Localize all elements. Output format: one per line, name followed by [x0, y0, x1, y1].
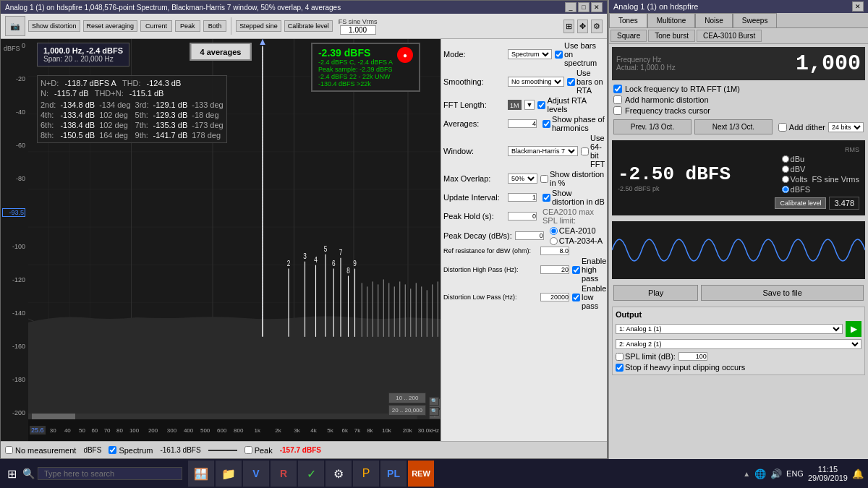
fs-sine-label: FS sine Vrms: [339, 18, 378, 25]
taskbar-arrow-up[interactable]: ▲: [743, 470, 750, 478]
dist-high-input[interactable]: [540, 265, 569, 274]
tab-sweeps[interactable]: Sweeps: [733, 13, 778, 27]
dist-high-row: Distortion High Pass (Hz): Enable high p…: [443, 257, 605, 283]
output-channel1-select[interactable]: 1: Analog 1 (1): [616, 324, 843, 334]
camera-icon-btn[interactable]: 📷: [5, 16, 25, 36]
current-btn[interactable]: Current: [140, 20, 172, 32]
peak-hold-input[interactable]: [508, 212, 537, 221]
notification-btn[interactable]: 🔔: [852, 468, 864, 479]
eng-label-btn[interactable]: ENG: [786, 469, 804, 478]
play-btn[interactable]: Play: [613, 285, 698, 301]
x-500: 500: [197, 427, 213, 434]
output-play-btn[interactable]: ▶: [846, 321, 861, 337]
x-6k: 6k: [339, 427, 351, 434]
max-overlap-select[interactable]: 50%: [508, 174, 537, 184]
range-10-200-btn[interactable]: 10 .. 200: [388, 393, 426, 403]
range-20-20k-btn[interactable]: 20 .. 20,000: [388, 405, 426, 416]
zoom-icon1[interactable]: 🔍: [429, 397, 439, 406]
dither-select[interactable]: 24 bits: [828, 122, 864, 132]
x-5k: 5k: [322, 427, 339, 434]
level-meter-section: -2.50 dBFS -2.50 dBFS pk RMS dBu: [612, 140, 865, 215]
search-box: [38, 467, 182, 480]
taskbar-icon-app2[interactable]: R: [271, 461, 297, 487]
window-select[interactable]: Blackman-Harris 7: [508, 146, 578, 156]
zoom-controls: 🔍 🔍: [429, 397, 439, 416]
calibrate-level-right-btn[interactable]: Calibrate level: [775, 197, 826, 209]
ref-resistance-input[interactable]: [540, 247, 569, 255]
minimize-btn[interactable]: _: [565, 2, 576, 12]
x-200: 200: [142, 427, 163, 434]
update-input[interactable]: [508, 193, 537, 202]
move-icon-btn[interactable]: ✥: [577, 20, 588, 33]
mode-row: Mode: Spectrum Use bars on spectrum: [443, 41, 605, 67]
maximize-btn[interactable]: □: [578, 2, 590, 12]
subtab-square[interactable]: Square: [610, 30, 647, 42]
taskbar-icon-app3[interactable]: ✓: [298, 461, 324, 487]
tab-multitone[interactable]: Multitone: [647, 13, 696, 27]
stepped-sine-btn[interactable]: Stepped sine: [236, 20, 281, 33]
reset-averaging-btn[interactable]: Reset averaging: [83, 20, 138, 33]
taskbar-icon-app6[interactable]: PL: [380, 461, 407, 487]
record-btn[interactable]: ●: [397, 47, 413, 63]
sound-icon[interactable]: 🔊: [770, 468, 782, 479]
start-button[interactable]: ⊞: [4, 464, 20, 484]
tab-tones[interactable]: Tones: [609, 13, 647, 27]
search-input[interactable]: [44, 469, 176, 478]
update-label: Update Interval:: [443, 193, 505, 202]
close-btn[interactable]: ✕: [591, 2, 603, 12]
subtab-tone-burst[interactable]: Tone burst: [648, 30, 695, 42]
grid-icon-btn[interactable]: ⊞: [563, 20, 574, 33]
taskbar-icon-app5[interactable]: P: [353, 461, 379, 487]
taskbar-icon-file[interactable]: 📁: [216, 461, 242, 487]
level-line3: -2.4 dBFS 22 - 22k UNW: [318, 73, 393, 80]
y-20: -20: [2, 75, 25, 82]
level-meter-value: -2.50 dBFS: [618, 163, 731, 185]
svg-text:2: 2: [287, 258, 291, 267]
peak-btn[interactable]: Peak: [175, 20, 200, 32]
freq-info: 1,000.0 Hz, -2.4 dBFS: [43, 46, 123, 55]
dbv-radio: dBV: [782, 165, 859, 174]
taskbar-icon-windows[interactable]: 🪟: [188, 461, 214, 487]
svg-text:4: 4: [314, 254, 318, 263]
zoom-icon2[interactable]: 🔍: [429, 407, 439, 416]
fft-dropdown[interactable]: ▼: [524, 100, 535, 110]
h-scrollbar-thumb[interactable]: [32, 414, 75, 419]
output-channel2-select[interactable]: 2: Analog 2 (1): [616, 339, 861, 349]
h-scrollbar[interactable]: [28, 414, 417, 419]
show-distortion-btn[interactable]: Show distortion: [28, 20, 80, 33]
averages-input[interactable]: [508, 119, 537, 128]
spectrum-check-bottom: Spectrum: [109, 446, 153, 455]
settings-gear-btn[interactable]: ⚙: [591, 20, 603, 33]
x-40: 40: [59, 427, 76, 434]
both-btn[interactable]: Both: [203, 20, 227, 32]
dist-low-input[interactable]: [540, 293, 569, 301]
y-axis: 0 -20 -40 -60 -80 -93.5 -100 -120 -140 -…: [1, 39, 27, 419]
x-50: 50: [76, 427, 88, 434]
h5-deg: -18 deg: [192, 111, 223, 119]
next-oct-btn[interactable]: Next 1/3 Oct.: [694, 119, 773, 134]
y-100: -100: [2, 243, 25, 250]
right-close-btn[interactable]: ✕: [852, 1, 864, 12]
calibrate-level-btn[interactable]: Calibrate level: [284, 20, 333, 33]
peak-decay-input[interactable]: [515, 231, 544, 240]
subtab-cea-burst[interactable]: CEA-3010 Burst: [697, 30, 762, 42]
spl-input[interactable]: [678, 352, 707, 361]
network-icon[interactable]: 🌐: [754, 468, 766, 479]
taskbar-icon-rew[interactable]: REW: [408, 461, 434, 487]
search-icon-btn[interactable]: 🔍: [22, 468, 35, 479]
taskbar-icon-app4[interactable]: ⚙: [326, 461, 352, 487]
settings-panel: Mode: Spectrum Use bars on spectrum Smoo…: [441, 39, 607, 441]
prev-oct-btn[interactable]: Prev. 1/3 Oct.: [613, 119, 692, 134]
tab-noise[interactable]: Noise: [695, 13, 733, 27]
y-180: -180: [2, 376, 25, 383]
cea2010-radio: CEA-2010: [550, 226, 603, 235]
smoothing-select[interactable]: No smoothing: [508, 77, 564, 87]
x-30: 30: [47, 427, 59, 434]
fs-sine-input[interactable]: [340, 25, 376, 35]
save-to-file-btn[interactable]: Save to file: [701, 285, 864, 301]
oct-dither-row: Prev. 1/3 Oct. Next 1/3 Oct. Add dither …: [609, 116, 868, 137]
taskbar-icon-app1[interactable]: V: [243, 461, 269, 487]
averages-badge: 4 averages: [190, 43, 252, 61]
mode-select[interactable]: Spectrum: [508, 49, 552, 59]
play-save-row: Play Save to file: [609, 282, 868, 304]
